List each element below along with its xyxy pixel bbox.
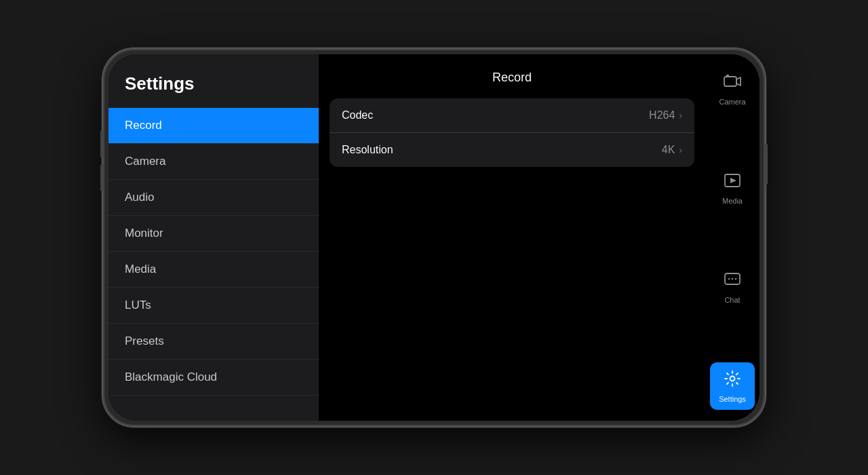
toolbar-media-button[interactable]: Media xyxy=(710,164,755,212)
chevron-right-icon: › xyxy=(679,110,682,121)
sidebar-item-presets[interactable]: Presets xyxy=(108,324,319,360)
codec-label: Codec xyxy=(342,109,373,121)
sidebar-item-luts[interactable]: LUTs xyxy=(108,288,319,324)
svg-marker-1 xyxy=(736,77,741,86)
svg-marker-4 xyxy=(730,178,736,183)
page-title: Record xyxy=(492,71,532,84)
gear-icon xyxy=(723,369,742,392)
main-header: Record xyxy=(319,54,705,98)
phone-frame: Settings RecordCameraAudioMonitorMediaLU… xyxy=(102,48,766,428)
svg-point-9 xyxy=(730,377,735,381)
settings-row-resolution[interactable]: Resolution4K› xyxy=(330,132,694,167)
sidebar-item-camera[interactable]: Camera xyxy=(108,144,319,180)
chevron-right-icon: › xyxy=(679,145,682,155)
svg-point-7 xyxy=(732,278,733,280)
media-icon xyxy=(723,171,742,194)
screen-content: Settings RecordCameraAudioMonitorMediaLU… xyxy=(108,54,760,421)
resolution-label: Resolution xyxy=(342,144,393,156)
media-label: Media xyxy=(722,197,743,205)
sidebar-title: Settings xyxy=(108,54,319,108)
phone-wrapper: Settings RecordCameraAudioMonitorMediaLU… xyxy=(102,48,766,428)
sidebar-item-media[interactable]: Media xyxy=(108,252,319,288)
svg-point-6 xyxy=(728,278,730,280)
settings-list: CodecH264›Resolution4K› xyxy=(330,98,694,167)
chat-label: Chat xyxy=(724,296,740,304)
volume-up-button[interactable] xyxy=(100,130,103,157)
resolution-value-group: 4K› xyxy=(662,144,682,156)
phone-screen: Settings RecordCameraAudioMonitorMediaLU… xyxy=(108,54,760,421)
svg-rect-0 xyxy=(724,77,736,86)
settings-row-codec[interactable]: CodecH264› xyxy=(330,98,694,132)
sidebar-item-blackmagic-cloud[interactable]: Blackmagic Cloud xyxy=(108,360,319,396)
right-toolbar: Camera Media xyxy=(705,54,760,421)
camera-icon xyxy=(723,72,742,95)
power-button[interactable] xyxy=(765,144,768,185)
svg-point-8 xyxy=(735,278,736,280)
sidebar: Settings RecordCameraAudioMonitorMediaLU… xyxy=(108,54,319,421)
codec-value-group: H264› xyxy=(649,109,682,121)
resolution-value: 4K xyxy=(662,144,675,156)
volume-down-button[interactable] xyxy=(100,164,103,191)
toolbar-settings-button[interactable]: Settings xyxy=(710,362,755,410)
main-content: Record CodecH264›Resolution4K› xyxy=(319,54,705,421)
sidebar-nav: RecordCameraAudioMonitorMediaLUTsPresets… xyxy=(108,108,319,421)
codec-value: H264 xyxy=(649,109,675,121)
sidebar-item-record[interactable]: Record xyxy=(108,108,319,144)
svg-rect-2 xyxy=(726,75,729,77)
sidebar-item-monitor[interactable]: Monitor xyxy=(108,216,319,252)
camera-label: Camera xyxy=(719,98,745,106)
settings-label: Settings xyxy=(719,395,746,403)
toolbar-camera-button[interactable]: Camera xyxy=(710,65,755,113)
sidebar-item-audio[interactable]: Audio xyxy=(108,180,319,216)
chat-icon xyxy=(723,270,742,293)
toolbar-chat-button[interactable]: Chat xyxy=(710,263,755,311)
